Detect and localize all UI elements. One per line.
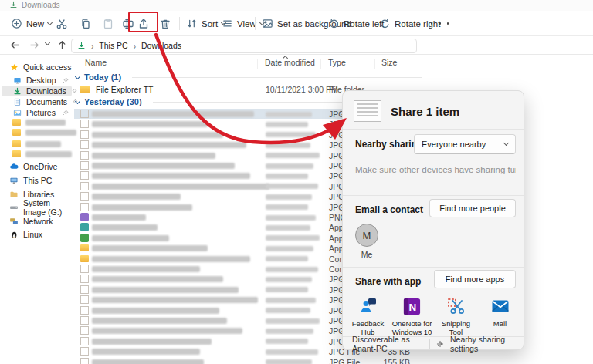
clipboard-icon (102, 18, 114, 30)
downloads-icon (9, 1, 18, 9)
redacted-file-name (92, 184, 269, 190)
breadcrumb-this-pc[interactable]: This PC (99, 41, 127, 50)
copy-button[interactable] (80, 11, 92, 36)
app-tile-mail[interactable]: Mail (479, 296, 522, 337)
redacted-file-name (92, 266, 200, 272)
folder-icon (12, 119, 21, 126)
file-icon (80, 295, 89, 304)
group-header-today[interactable]: Today (1) (76, 72, 422, 82)
sidebar-item-system-image[interactable]: System Image (G:) (2, 202, 72, 213)
redacted-file-name (92, 276, 223, 282)
back-button[interactable] (9, 39, 21, 51)
breadcrumb-downloads[interactable]: Downloads (141, 41, 181, 50)
app-tile-feedback-hub[interactable]: Feedback Hub (347, 296, 390, 337)
monitor-icon (9, 176, 19, 185)
sidebar-item-onedrive[interactable]: OneDrive (2, 161, 72, 172)
redacted-sidebar-item[interactable] (12, 150, 72, 158)
file-type: App (329, 244, 344, 253)
find-more-people-button[interactable]: Find more people (429, 199, 516, 217)
drive-icon (9, 203, 19, 212)
app-tile-onenote[interactable]: N OneNote for Windows 10 (391, 296, 434, 337)
sidebar-item-linux[interactable]: Linux (2, 229, 72, 240)
file-icon (80, 182, 89, 190)
redacted-date (266, 225, 310, 231)
sidebar-item-label: Documents (26, 97, 67, 106)
redacted-file-name (92, 359, 204, 364)
download-icon (12, 86, 22, 96)
delete-button[interactable] (159, 11, 171, 36)
copy-icon (80, 18, 92, 30)
redacted-file-name (92, 328, 242, 334)
cut-button[interactable] (56, 11, 68, 36)
group-header-label: Yesterday (30) (84, 97, 142, 106)
sidebar-item-pictures[interactable]: Pictures (2, 107, 72, 118)
sidebar-item-quick-access[interactable]: Quick access (2, 62, 72, 72)
cloud-icon (9, 162, 19, 171)
redacted-sidebar-item[interactable] (12, 118, 66, 126)
file-name: File Explorer TT (96, 85, 154, 94)
redacted-date (266, 215, 316, 221)
nearby-sharing-hint: Make sure other devices have sharing tur… (355, 165, 516, 174)
window-tab[interactable]: Downloads (9, 1, 59, 9)
breadcrumb-separator (89, 39, 96, 52)
redacted-date (266, 122, 308, 127)
find-more-apps-button[interactable]: Find more apps (434, 270, 516, 288)
sidebar-item-network[interactable]: Network (2, 216, 72, 227)
column-header-name[interactable]: Name (85, 58, 107, 67)
file-icon (80, 171, 89, 180)
redacted-file-name (92, 339, 212, 345)
file-icon (80, 234, 89, 242)
chevron-down-icon (47, 19, 53, 25)
nearby-sharing-dropdown-value: Everyone nearby (422, 140, 486, 149)
redacted-file-name (92, 349, 200, 355)
sidebar-item-documents[interactable]: Documents (2, 96, 72, 107)
sidebar-item-label: Network (23, 217, 53, 226)
address-bar[interactable]: This PC Downloads (71, 39, 417, 53)
sidebar-item-downloads[interactable]: Downloads (2, 86, 72, 96)
redacted-date (266, 246, 313, 251)
sort-button[interactable]: Sort (186, 11, 225, 36)
sidebar-item-label: OneDrive (23, 162, 57, 171)
sidebar-item-label: Quick access (23, 62, 71, 72)
app-tile-snipping-tool[interactable]: Snipping Tool (435, 296, 478, 337)
footer-divider (429, 339, 430, 349)
sidebar-item-this-pc[interactable]: This PC (2, 175, 72, 186)
scissors-icon (56, 18, 68, 30)
annotation-highlight-box (128, 12, 158, 32)
nearby-sharing-label: Nearby sharing (355, 139, 422, 150)
network-icon (9, 217, 19, 226)
paste-button[interactable] (102, 11, 114, 36)
new-button[interactable]: New (11, 11, 52, 36)
up-button[interactable] (56, 39, 68, 51)
redacted-date (266, 339, 308, 344)
column-header-date-modified[interactable]: Date modified (265, 58, 315, 67)
redacted-date (266, 308, 310, 313)
pin-icon (63, 76, 69, 85)
sidebar-item-label: Downloads (26, 86, 66, 96)
file-icon (80, 347, 89, 356)
file-icon (80, 337, 89, 345)
contact-avatar[interactable]: M (355, 224, 378, 247)
recent-locations-button[interactable] (46, 43, 49, 45)
column-header-type[interactable]: Type (328, 58, 346, 67)
table-row[interactable]: JPG File 155 KB (74, 357, 423, 364)
more-options-button[interactable] (429, 11, 450, 36)
redacted-date (266, 359, 312, 364)
folder-icon (12, 129, 21, 136)
view-button[interactable]: View (222, 11, 264, 36)
sidebar-item-desktop[interactable]: Desktop (2, 75, 72, 86)
column-header-size[interactable]: Size (381, 58, 397, 67)
forward-button[interactable] (29, 39, 40, 51)
file-date: 10/11/2021 3:00 PM (266, 85, 338, 94)
rotate-left-button[interactable]: Rotate left (328, 11, 384, 36)
redacted-file-name (92, 245, 208, 251)
redacted-file-name (92, 194, 181, 200)
navigation-bar: This PC Downloads (0, 36, 593, 55)
redacted-sidebar-item[interactable] (12, 128, 76, 136)
file-icon (80, 140, 89, 149)
file-icon (80, 316, 89, 325)
file-icon (80, 275, 89, 283)
nearby-sharing-settings-link[interactable]: Nearby sharing settings (450, 335, 514, 353)
redacted-sidebar-item[interactable] (12, 140, 61, 148)
nearby-sharing-dropdown[interactable]: Everyone nearby (414, 134, 516, 154)
